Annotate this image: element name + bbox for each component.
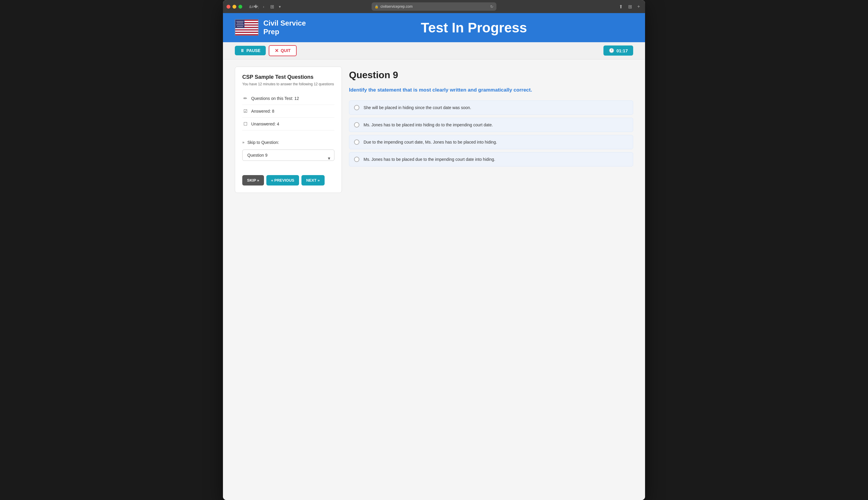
timer-button[interactable]: 🕐 01:17 <box>603 45 633 56</box>
url-text: civilserviceprep.com <box>380 4 413 9</box>
question-select-wrapper: Question 1 Question 2 Question 3 Questio… <box>242 148 334 168</box>
close-button[interactable] <box>227 5 230 9</box>
tab-view-button[interactable]: ⊞ <box>268 3 276 11</box>
forward-button[interactable]: › <box>262 3 266 11</box>
next-button[interactable]: NEXT » <box>301 175 324 185</box>
maximize-button[interactable] <box>238 5 242 9</box>
tab-dropdown-button[interactable]: ▾ <box>277 3 282 11</box>
option-text-a: She will be placed in hiding since the c… <box>364 105 471 110</box>
stat-unanswered: ☐ Unanswered: 4 <box>242 118 334 130</box>
stat-unanswered-label: Unanswered: 4 <box>251 122 279 126</box>
svg-text:★★★★★: ★★★★★ <box>237 26 243 27</box>
url-bar-container: 🔒 civilserviceprep.com ↻ <box>372 2 496 11</box>
sidebar-title: CSP Sample Test Questions <box>242 74 334 80</box>
flag-icon: ★★★★★★ ★★★★★ ★★★★★★ ★★★★★ <box>235 19 259 36</box>
answer-option-c[interactable]: Due to the impending court date, Ms. Jon… <box>349 135 633 149</box>
pause-button[interactable]: ⏸ PAUSE <box>235 46 266 55</box>
radio-d[interactable] <box>354 157 359 162</box>
sidebar-stats: ✏ Questions on this Test: 12 ☑ Answered:… <box>242 92 334 130</box>
browser-window: &#�; › ⊞ ▾ 🔒 civilserviceprep.com ↻ ⬆ ⊞ … <box>223 0 645 500</box>
stat-questions-label: Questions on this Test: 12 <box>251 96 299 101</box>
square-icon: ☐ <box>242 121 248 127</box>
minimize-button[interactable] <box>232 5 236 9</box>
option-text-b: Ms. Jones has to be placed into hiding d… <box>364 123 493 127</box>
site-title: Civil Service Prep <box>263 19 306 36</box>
question-number: Question 9 <box>349 70 633 81</box>
new-tab-button[interactable]: + <box>636 3 641 10</box>
lock-icon: 🔒 <box>375 5 379 9</box>
quit-icon: ✕ <box>275 48 278 54</box>
svg-rect-7 <box>235 28 258 30</box>
svg-rect-10 <box>235 32 258 33</box>
svg-rect-9 <box>235 31 258 32</box>
question-prompt: Identify the statement that is most clea… <box>349 87 633 94</box>
back-button[interactable]: &#�; <box>248 3 260 11</box>
svg-text:★★★★★★: ★★★★★★ <box>236 21 244 22</box>
toolbar: ⏸ PAUSE ✕ QUIT 🕐 01:17 <box>223 42 645 59</box>
radio-c[interactable] <box>354 139 359 145</box>
sidebar-subtitle: You have 12 minutes to answer the follow… <box>242 82 334 86</box>
traffic-lights <box>227 5 242 9</box>
logo-area: ★★★★★★ ★★★★★ ★★★★★★ ★★★★★ Civil Service … <box>235 19 306 36</box>
chevron-right-icon: » <box>242 140 244 145</box>
toolbar-left: ⏸ PAUSE ✕ QUIT <box>235 45 297 56</box>
answer-option-a[interactable]: She will be placed in hiding since the c… <box>349 101 633 115</box>
question-select[interactable]: Question 1 Question 2 Question 3 Questio… <box>242 149 334 161</box>
nav-buttons: &#�; › ⊞ ▾ <box>248 3 282 11</box>
browser-actions: ⬆ ⊞ + <box>617 3 641 10</box>
checkbox-icon: ☑ <box>242 109 248 114</box>
skip-to-question-label: » Skip to Question: <box>242 136 334 148</box>
question-area: Question 9 Identify the statement that i… <box>349 67 633 170</box>
svg-text:★★★★★: ★★★★★ <box>237 23 243 24</box>
svg-rect-11 <box>235 33 258 34</box>
radio-b[interactable] <box>354 122 359 127</box>
timer-display: 🕐 01:17 <box>603 45 633 56</box>
browser-titlebar: &#�; › ⊞ ▾ 🔒 civilserviceprep.com ↻ ⬆ ⊞ … <box>223 0 645 13</box>
question-nav-buttons: SKIP » « PREVIOUS NEXT » <box>242 175 334 185</box>
pencil-icon: ✏ <box>242 96 248 101</box>
answer-option-d[interactable]: Ms. Jones has to be placed due to the im… <box>349 152 633 167</box>
grid-button[interactable]: ⊞ <box>627 3 633 10</box>
main-layout: CSP Sample Test Questions You have 12 mi… <box>223 59 645 200</box>
svg-text:★★★★★★: ★★★★★★ <box>236 24 244 26</box>
option-text-d: Ms. Jones has to be placed due to the im… <box>364 157 495 162</box>
stat-answered: ☑ Answered: 8 <box>242 105 334 118</box>
stat-questions: ✏ Questions on this Test: 12 <box>242 92 334 105</box>
share-button[interactable]: ⬆ <box>617 3 624 10</box>
previous-button[interactable]: « PREVIOUS <box>266 175 299 185</box>
option-text-c: Due to the impending court date, Ms. Jon… <box>364 140 497 145</box>
url-bar[interactable]: 🔒 civilserviceprep.com ↻ <box>372 2 496 11</box>
clock-icon: 🕐 <box>609 48 615 53</box>
site-header: ★★★★★★ ★★★★★ ★★★★★★ ★★★★★ Civil Service … <box>223 13 645 42</box>
pause-icon: ⏸ <box>240 48 244 53</box>
quit-button[interactable]: ✕ QUIT <box>269 45 296 56</box>
page-content: ★★★★★★ ★★★★★ ★★★★★★ ★★★★★ Civil Service … <box>223 13 645 500</box>
svg-rect-12 <box>235 34 258 35</box>
refresh-button[interactable]: ↻ <box>490 4 493 9</box>
radio-a[interactable] <box>354 105 359 110</box>
stat-answered-label: Answered: 8 <box>251 109 274 114</box>
answer-options: She will be placed in hiding since the c… <box>349 101 633 167</box>
svg-rect-8 <box>235 30 258 31</box>
sidebar: CSP Sample Test Questions You have 12 mi… <box>235 67 342 193</box>
skip-button[interactable]: SKIP » <box>242 175 264 185</box>
test-status-title: Test In Progress <box>315 20 633 36</box>
answer-option-b[interactable]: Ms. Jones has to be placed into hiding d… <box>349 118 633 132</box>
